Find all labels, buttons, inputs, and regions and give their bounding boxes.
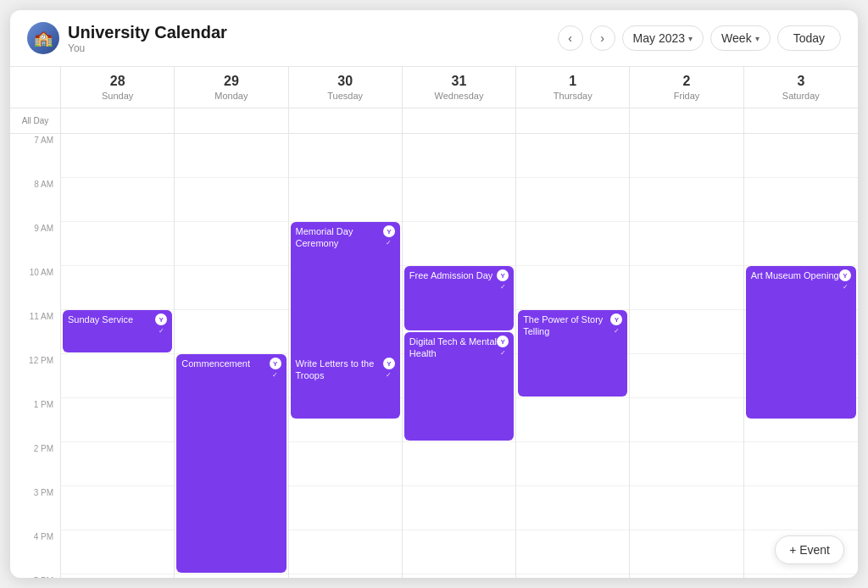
- yahoo-icon-commencement: Y: [270, 358, 281, 369]
- hour-line-1-10: [175, 574, 287, 578]
- hour-line-0-6: [61, 398, 174, 442]
- check-icon-art-museum: ✓: [843, 283, 849, 291]
- header-spacer: [10, 67, 61, 108]
- event-memorial-day[interactable]: Memorial Day CeremonyY✓: [291, 222, 400, 374]
- event-commencement[interactable]: CommencementY✓: [176, 354, 286, 573]
- hour-line-3-0: [403, 134, 515, 178]
- check-icon-sunday-service: ✓: [159, 327, 164, 335]
- app-title: University Calendar: [68, 23, 227, 42]
- hour-line-1-4: [175, 310, 287, 354]
- hour-line-2-1: [289, 178, 402, 222]
- yahoo-icon-sunday-service: Y: [155, 313, 167, 325]
- event-title-free-admission: Free Admission Day: [409, 269, 492, 281]
- time-slot-8: 3 PM: [10, 486, 61, 530]
- event-write-letters[interactable]: Write Letters to the TroopsY✓: [291, 354, 400, 419]
- hour-line-5-6: [630, 398, 743, 442]
- time-column: 7 AM8 AM9 AM10 AM11 AM12 PM1 PM2 PM3 PM4…: [10, 134, 61, 578]
- view-selector[interactable]: Week ▾: [710, 25, 771, 51]
- view-label: Week: [721, 31, 752, 45]
- header-controls: ‹ › May 2023 ▾ Week ▾ Today: [558, 25, 841, 51]
- all-day-row: All Day: [10, 108, 858, 134]
- time-label-6: 1 PM: [34, 400, 53, 409]
- hour-line-0-8: [61, 486, 174, 530]
- hour-line-1-1: [175, 178, 287, 222]
- time-slot-0: 7 AM: [10, 134, 61, 178]
- day-col-sun: Sunday ServiceY✓: [61, 134, 175, 578]
- event-power-story[interactable]: The Power of Story TellingY✓: [518, 310, 627, 397]
- time-label-1: 8 AM: [34, 180, 53, 189]
- time-label-8: 3 PM: [34, 488, 53, 497]
- check-icon-digital-tech: ✓: [500, 349, 506, 357]
- hour-line-3-2: [403, 222, 515, 266]
- scroll-area[interactable]: 7 AM8 AM9 AM10 AM11 AM12 PM1 PM2 PM3 PM4…: [10, 134, 858, 578]
- logo-area: University Calendar You: [27, 22, 558, 54]
- day-header-wed: 31 Wednesday: [403, 67, 516, 108]
- time-slot-4: 11 AM: [10, 310, 61, 354]
- view-chevron-icon: ▾: [755, 34, 760, 43]
- time-label-7: 2 PM: [34, 444, 53, 453]
- hour-line-5-2: [630, 222, 743, 266]
- hour-line-4-9: [516, 530, 629, 574]
- hour-line-6-7: [744, 442, 858, 486]
- hour-line-2-0: [289, 134, 402, 178]
- month-chevron-icon: ▾: [688, 34, 693, 43]
- hour-line-0-9: [61, 530, 174, 574]
- hour-line-5-7: [630, 442, 743, 486]
- event-digital-tech[interactable]: Digital Tech & Mental HealthY✓: [404, 332, 514, 441]
- hour-line-6-10: [744, 574, 858, 578]
- next-button[interactable]: ›: [590, 25, 615, 51]
- hour-line-0-1: [61, 178, 174, 222]
- hour-line-3-8: [403, 486, 515, 530]
- prev-button[interactable]: ‹: [558, 25, 583, 51]
- month-label: May 2023: [633, 31, 685, 45]
- hour-line-2-9: [289, 530, 402, 574]
- time-slot-2: 9 AM: [10, 222, 61, 266]
- event-title-commencement: Commencement: [181, 358, 250, 369]
- hour-line-1-3: [175, 266, 287, 310]
- hour-line-5-1: [630, 178, 743, 222]
- app-title-area: University Calendar You: [68, 23, 227, 54]
- all-day-wed: [403, 108, 516, 133]
- day-header-tue: 30 Tuesday: [289, 67, 403, 108]
- avatar: [27, 22, 59, 54]
- event-art-museum[interactable]: Art Museum OpeningY✓: [746, 266, 856, 419]
- all-day-thu: [516, 108, 630, 133]
- event-free-admission[interactable]: Free Admission DayY✓: [404, 266, 514, 330]
- hour-line-0-0: [61, 134, 174, 178]
- hour-line-2-7: [289, 442, 402, 486]
- add-event-button[interactable]: + Event: [775, 535, 844, 564]
- hour-line-0-3: [61, 266, 174, 310]
- hour-line-0-5: [61, 354, 174, 398]
- event-sunday-service[interactable]: Sunday ServiceY✓: [63, 310, 172, 352]
- time-grid: 7 AM8 AM9 AM10 AM11 AM12 PM1 PM2 PM3 PM4…: [10, 134, 858, 578]
- event-title-power-story: The Power of Story Telling: [523, 313, 610, 338]
- time-label-10: 5 PM: [34, 576, 53, 578]
- hour-line-4-6: [516, 398, 629, 442]
- hour-line-4-7: [516, 442, 629, 486]
- hour-line-3-7: [403, 442, 515, 486]
- calendar-container: University Calendar You ‹ › May 2023 ▾ W…: [10, 10, 858, 578]
- hour-line-6-2: [744, 222, 858, 266]
- hour-line-5-8: [630, 486, 743, 530]
- day-headers: 28 Sunday 29 Monday 30 Tuesday 31 Wednes…: [10, 67, 858, 108]
- all-day-sun: [61, 108, 175, 133]
- event-title-write-letters: Write Letters to the Troops: [296, 358, 383, 382]
- day-col-mon: CommencementY✓: [175, 134, 288, 578]
- hour-line-4-8: [516, 486, 629, 530]
- all-day-mon: [175, 108, 288, 133]
- today-button[interactable]: Today: [777, 25, 841, 51]
- time-slot-7: 2 PM: [10, 442, 61, 486]
- hour-line-0-2: [61, 222, 174, 266]
- hour-line-4-3: [516, 266, 629, 310]
- event-title-sunday-service: Sunday Service: [68, 313, 133, 325]
- check-icon-write-letters: ✓: [386, 371, 392, 379]
- month-selector[interactable]: May 2023 ▾: [622, 25, 704, 51]
- hour-line-6-8: [744, 486, 858, 530]
- day-col-sat: Art Museum OpeningY✓: [744, 134, 858, 578]
- hour-line-0-10: [61, 574, 174, 578]
- hour-line-4-2: [516, 222, 629, 266]
- day-col-thu: The Power of Story TellingY✓: [516, 134, 630, 578]
- yahoo-icon-memorial-day: Y: [383, 225, 395, 237]
- hour-line-1-0: [175, 134, 287, 178]
- app-subtitle: You: [68, 42, 227, 54]
